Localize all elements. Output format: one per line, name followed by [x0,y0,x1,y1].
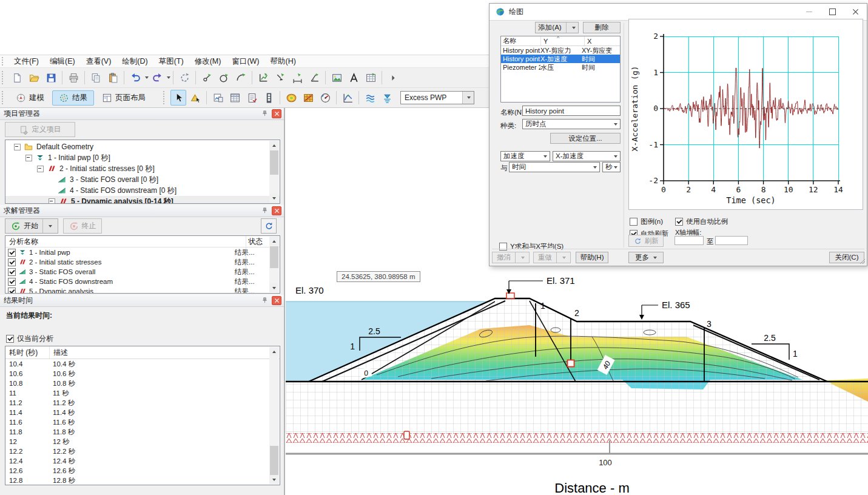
tool-save[interactable] [43,70,59,86]
tool-contour-mesh[interactable] [300,90,316,106]
tool-draw-angle[interactable] [306,70,322,86]
time-scrollbar[interactable] [269,347,279,484]
close-icon[interactable] [272,206,281,215]
checkbox[interactable] [675,218,683,226]
history-point-marker-crest[interactable] [506,293,514,298]
tool-undo[interactable] [127,70,143,86]
time-row-9[interactable]: 12.212.2 秒 [5,446,280,456]
solver-row-3[interactable]: 4 - Static FOS downstream结果... [5,277,280,286]
column-header-name[interactable]: 名称 [501,36,541,45]
tool-animation[interactable] [261,90,277,106]
x-variable-select[interactable]: 时间 [509,162,600,172]
piezometer-marker[interactable] [404,431,409,439]
solver-row-4[interactable]: 5 - Dynamic analysis结果... [5,286,280,294]
checkbox[interactable] [630,218,638,226]
analysis-checkbox[interactable] [8,288,16,294]
analysis-checkbox[interactable] [8,258,16,266]
scrollbar-thumb[interactable] [270,246,278,268]
tab-page-layout[interactable]: 页面布局 [95,90,152,106]
time-row-3[interactable]: 1111 秒 [5,388,280,398]
toolbar-grip[interactable] [2,71,6,84]
tool-rotate-view[interactable] [177,70,192,86]
chevron-down-icon[interactable] [167,76,170,79]
tree-scrollbar[interactable] [269,141,279,203]
tree-expander[interactable] [37,166,44,172]
graph-list-row-2[interactable]: Piezometer 2水压时间 [501,63,620,72]
tool-contour-dial[interactable] [317,90,333,106]
toolbar-grip[interactable] [2,91,6,104]
time-row-0[interactable]: 10.410.4 秒 [5,359,280,369]
close-icon[interactable] [272,296,281,305]
kind-select[interactable]: 历时点 [522,119,621,129]
tool-report[interactable] [244,90,260,106]
time-row-6[interactable]: 11.611.6 秒 [5,417,280,427]
toolbar-grip[interactable] [2,57,6,66]
solver-row-2[interactable]: 3 - Static FOS overall结果... [5,267,280,277]
tree-item-0[interactable]: Default Geometry [5,141,280,152]
solver-row-0[interactable]: 1 - Initial pwp结果... [5,247,280,257]
graph-name-input[interactable]: History point [522,106,621,116]
only-current-analysis-checkbox[interactable]: 仅当前分析 [6,334,53,344]
sum-avg-checkbox[interactable]: Y求和与X平均(S) [499,242,564,251]
scrollbar-thumb[interactable] [270,446,278,476]
scroll-down-icon[interactable] [269,194,279,203]
more-button[interactable]: 更多 [628,252,664,263]
tree-item-5[interactable]: 5 - Dynamic analysis [0-14 秒] [5,196,280,204]
tool-cursor[interactable] [170,90,186,106]
tool-redo[interactable] [149,70,165,86]
analysis-checkbox[interactable] [8,249,16,257]
minimize-button[interactable] [798,4,821,20]
analysis-checkbox[interactable] [8,278,16,286]
measure-select[interactable]: 加速度 [500,151,550,161]
tool-copy[interactable] [88,70,104,86]
autoscale-checkbox[interactable]: 使用自动比例 [675,217,728,226]
delete-graph-button[interactable]: 删除 [583,22,621,33]
tree-expander[interactable] [14,144,21,150]
maximize-button[interactable] [821,4,844,20]
undo-button[interactable]: 撤消 [492,252,530,263]
graph-list-row-1[interactable]: History pointX-加速度时间 [501,55,620,63]
add-graph-button[interactable]: 添加(A) [535,22,579,33]
tool-toolbar-overflow[interactable] [385,70,401,86]
set-location-button[interactable]: 设定位置... [550,133,621,144]
view-parameter-combo[interactable]: Excess PWP [400,91,474,104]
tab-results[interactable]: 结果 [52,90,94,106]
column-header-y[interactable]: Y [541,36,585,45]
pin-icon[interactable] [260,296,269,305]
scroll-down-icon[interactable] [269,475,279,484]
checkbox[interactable] [6,335,14,343]
tool-paste[interactable] [105,70,121,86]
menu-item-5[interactable]: 修改(M) [189,55,227,68]
menu-item-6[interactable]: 窗口(W) [226,55,264,68]
tree-item-4[interactable]: 4 - Static FOS downstream [0 秒] [5,185,280,196]
resize-grip-icon[interactable] [860,258,866,264]
chevron-down-icon[interactable] [145,76,149,79]
tool-result-graph[interactable] [340,90,355,106]
tool-insert-text[interactable] [346,70,362,86]
analysis-checkbox[interactable] [8,268,16,276]
define-project-button[interactable]: 定义项目 [5,122,75,137]
solve-start-button[interactable]: 开始 [5,218,58,234]
column-header-description[interactable]: 描述 [50,348,68,358]
tree-expander[interactable] [49,198,55,204]
menu-item-1[interactable]: 编辑(E) [44,55,81,68]
close-icon[interactable] [272,109,281,118]
tool-draw-arc[interactable] [233,70,249,86]
tool-open-folder[interactable] [26,70,42,86]
tool-draw-region[interactable] [255,70,271,86]
history-point-marker-mid[interactable] [568,360,574,367]
refresh-button[interactable]: 刷新 [628,235,664,247]
pin-icon[interactable] [260,109,269,118]
column-header-name[interactable]: 分析名称 [5,237,248,247]
menu-item-3[interactable]: 绘制(D) [116,55,153,68]
time-row-5[interactable]: 11.411.4 秒 [5,408,280,417]
x-range-from-input[interactable] [675,236,704,245]
checkbox[interactable] [499,243,507,251]
time-row-2[interactable]: 10.810.8 秒 [5,379,280,388]
tool-copy-picture[interactable] [210,90,226,106]
tool-draw-point[interactable] [199,70,215,86]
tool-draw-dimension[interactable] [289,70,305,86]
scroll-up-icon[interactable] [269,141,279,150]
time-row-8[interactable]: 1212 秒 [5,437,280,446]
time-row-1[interactable]: 10.610.6 秒 [5,369,280,379]
